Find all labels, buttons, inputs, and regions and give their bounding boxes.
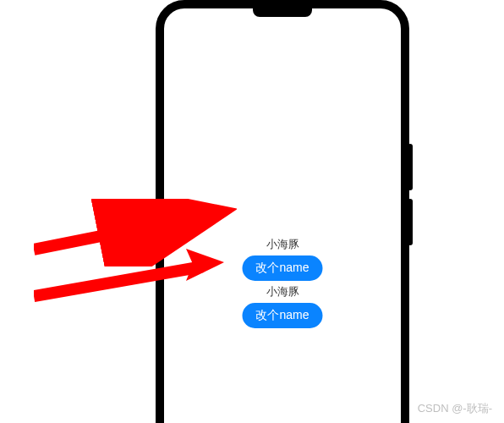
label-text-1: 小海豚 [266,237,299,252]
change-name-button-2[interactable]: 改个name [242,303,322,328]
phone-device-frame: 小海豚 改个name 小海豚 改个name [156,0,409,423]
label-text-2: 小海豚 [266,284,299,299]
change-name-button-1[interactable]: 改个name [242,255,322,281]
watermark-text: CSDN @-耿瑞- [418,401,492,416]
phone-side-button-1 [408,144,413,190]
screen-content: 小海豚 改个name 小海豚 改个name [242,237,322,328]
phone-side-button-2 [408,199,413,245]
phone-notch [253,8,312,17]
